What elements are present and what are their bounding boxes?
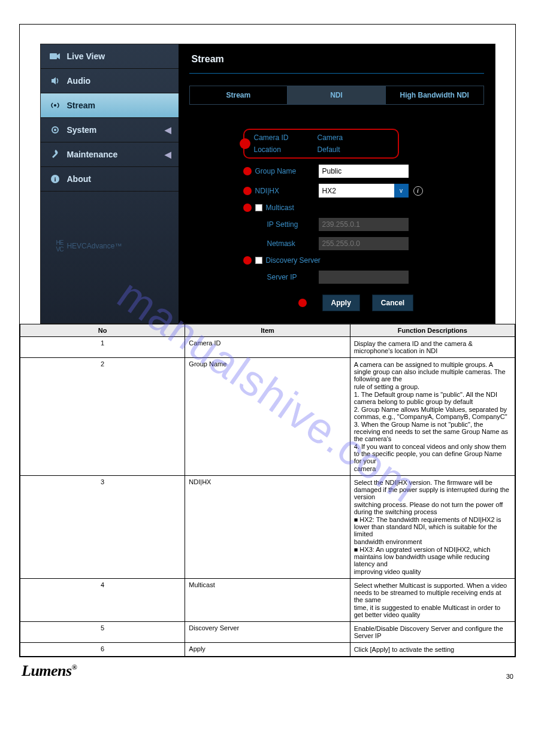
divider [189, 73, 484, 74]
wrench-icon [49, 148, 61, 160]
sidebar-item-maintenance[interactable]: Maintenance ◀ [41, 142, 179, 167]
description-table: No Item Function Descriptions 1Camera ID… [20, 324, 515, 657]
cell-item: Group Name [185, 358, 350, 476]
apply-button[interactable]: Apply [322, 294, 360, 311]
tooltip-icon[interactable]: i [413, 186, 423, 196]
cell-item: Apply [185, 643, 350, 657]
camera-id-label: Camera ID [254, 133, 318, 142]
discovery-checkbox[interactable] [255, 257, 262, 264]
table-row: 5Discovery ServerEnable/Disable Discover… [20, 622, 515, 643]
multicast-label: Multicast [266, 204, 294, 212]
tabs: Stream NDI High Bandwidth NDI [189, 86, 484, 105]
cell-desc: Select the NDI|HX version. The firmware … [350, 476, 515, 579]
camera-icon [49, 50, 61, 62]
netmask-label: Netmask [255, 239, 319, 248]
settings-ui: Live View Audio Stream System ◀ [40, 44, 495, 324]
chevron-left-icon: ◀ [165, 150, 171, 159]
sidebar-item-label: System [67, 125, 97, 135]
location-label: Location [254, 145, 318, 154]
brand-logo: Lumens® [22, 662, 77, 680]
server-ip-label: Server IP [255, 273, 319, 281]
ip-setting-input[interactable] [319, 218, 409, 231]
cell-desc: Enable/Disable Discovery Server and conf… [350, 622, 515, 643]
hevc-badge: HEVC HEVCAdvance™ [41, 192, 179, 253]
cell-item: Camera ID [185, 337, 350, 358]
sidebar-item-label: Live View [67, 51, 105, 61]
table-row: 3NDI|HXSelect the NDI|HX version. The fi… [20, 476, 515, 579]
sidebar-item-about[interactable]: i About [41, 167, 179, 192]
multicast-checkbox[interactable] [255, 204, 262, 211]
cell-no: 2 [20, 358, 185, 476]
svg-text:i: i [54, 175, 56, 183]
cell-no: 3 [20, 476, 185, 579]
callout-dot-4 [243, 204, 252, 212]
svg-point-3 [54, 129, 56, 131]
sidebar-item-label: About [67, 174, 91, 184]
callout-dot-2 [243, 167, 252, 175]
th-no: No [20, 324, 185, 337]
sidebar-item-stream[interactable]: Stream [41, 93, 179, 118]
ndi-form: Camera ID Camera Location Default Group … [189, 129, 484, 311]
speaker-icon [49, 75, 61, 87]
cell-desc: A camera can be assigned to multiple gro… [350, 358, 515, 476]
svg-rect-0 [50, 53, 57, 59]
group-name-input[interactable] [319, 165, 409, 178]
cell-no: 1 [20, 337, 185, 358]
ndihx-label: NDI|HX [255, 187, 319, 195]
cancel-button[interactable]: Cancel [372, 294, 413, 311]
sidebar-item-label: Audio [67, 76, 91, 86]
callout-dot-6 [298, 299, 307, 307]
tab-high-bandwidth-ndi[interactable]: High Bandwidth NDI [386, 86, 483, 104]
cell-item: Discovery Server [185, 622, 350, 643]
svg-point-1 [54, 104, 56, 107]
info-icon: i [49, 173, 61, 185]
table-row: 1Camera IDDisplay the camera ID and the … [20, 337, 515, 358]
sidebar-item-system[interactable]: System ◀ [41, 118, 179, 142]
cell-desc: Select whether Multicast is supported. W… [350, 579, 515, 622]
ndihx-select[interactable]: HX2 v [319, 184, 409, 198]
callout-dot-1 [240, 138, 250, 149]
table-row: 4MulticastSelect whether Multicast is su… [20, 579, 515, 622]
th-desc: Function Descriptions [350, 324, 515, 337]
page-title: Stream [189, 51, 484, 73]
cell-no: 6 [20, 643, 185, 657]
cell-desc: Click [Apply] to activate the setting [350, 643, 515, 657]
page-number: 30 [506, 673, 513, 680]
page-footer: Lumens® 30 [22, 662, 513, 680]
main-panel: Stream Stream NDI High Bandwidth NDI Cam… [179, 44, 495, 323]
callout-dot-5 [243, 256, 252, 265]
callout-dot-3 [243, 187, 252, 195]
sidebar-item-live-view[interactable]: Live View [41, 44, 179, 69]
table-row: 6ApplyClick [Apply] to activate the sett… [20, 643, 515, 657]
document-page: manualshive.com Live View Audio Stream [19, 24, 516, 657]
discovery-label: Discovery Server [266, 256, 321, 265]
tab-stream[interactable]: Stream [190, 86, 288, 104]
server-ip-input[interactable] [319, 271, 409, 284]
cell-item: Multicast [185, 579, 350, 622]
netmask-input[interactable] [319, 237, 409, 250]
signal-icon [49, 99, 61, 111]
group-name-label: Group Name [255, 167, 319, 175]
gear-icon [49, 124, 61, 136]
cell-no: 5 [20, 622, 185, 643]
sidebar-item-audio[interactable]: Audio [41, 69, 179, 93]
cell-item: NDI|HX [185, 476, 350, 579]
chevron-left-icon: ◀ [165, 125, 171, 135]
location-value: Default [318, 145, 340, 154]
th-item: Item [185, 324, 350, 337]
sidebar-item-label: Stream [67, 101, 95, 110]
camera-id-value: Camera [318, 133, 343, 142]
cell-no: 4 [20, 579, 185, 622]
table-row: 2Group NameA camera can be assigned to m… [20, 358, 515, 476]
ip-setting-label: IP Setting [255, 220, 319, 229]
sidebar-item-label: Maintenance [67, 150, 118, 159]
cell-desc: Display the camera ID and the camera & m… [350, 337, 515, 358]
chevron-down-icon: v [394, 184, 409, 198]
tab-ndi[interactable]: NDI [288, 86, 386, 104]
sidebar: Live View Audio Stream System ◀ [41, 44, 179, 323]
